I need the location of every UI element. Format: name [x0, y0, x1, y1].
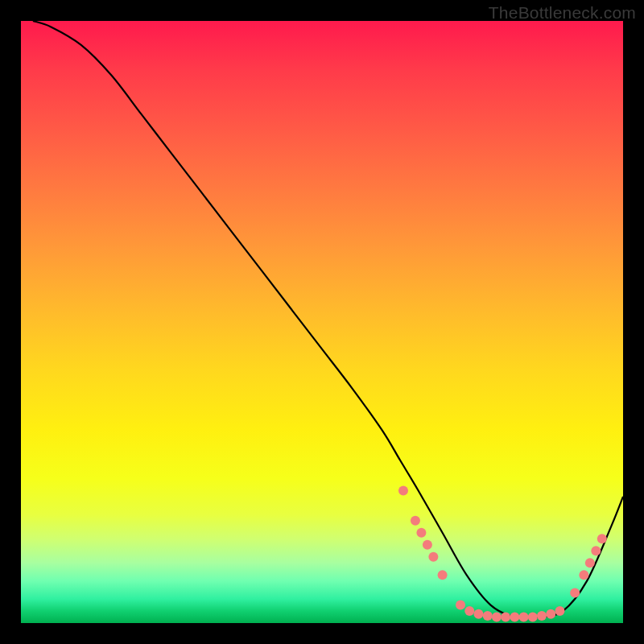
marker-dot	[483, 611, 493, 621]
marker-dot	[438, 570, 448, 580]
marker-dot	[555, 606, 564, 616]
marker-dot	[585, 558, 595, 568]
bottleneck-curve	[33, 21, 623, 618]
marker-dot	[398, 485, 408, 495]
chart-svg	[21, 21, 623, 623]
marker-dot	[428, 552, 438, 562]
marker-dot	[579, 570, 588, 580]
watermark-text: TheBottleneck.com	[489, 3, 636, 23]
marker-dot	[492, 613, 502, 622]
curve-markers	[398, 485, 607, 621]
marker-dot	[510, 613, 519, 622]
marker-dot	[473, 609, 483, 619]
marker-dot	[546, 609, 555, 619]
marker-dot	[591, 546, 601, 555]
marker-dot	[456, 601, 465, 610]
marker-dot	[416, 528, 426, 538]
marker-dot	[464, 606, 474, 616]
marker-dot	[528, 613, 538, 622]
marker-dot	[423, 540, 432, 550]
marker-dot	[597, 534, 607, 543]
marker-dot	[411, 516, 420, 526]
marker-dot	[519, 613, 529, 622]
marker-dot	[537, 611, 547, 621]
marker-dot	[570, 588, 580, 598]
marker-dot	[501, 613, 510, 622]
